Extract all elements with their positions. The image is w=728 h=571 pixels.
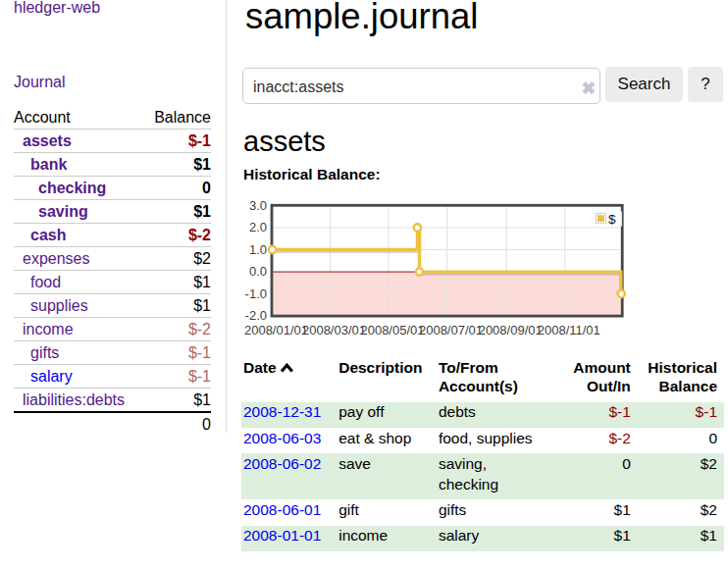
svg-text:2008/09/01: 2008/09/01 [479,323,543,337]
svg-text:-1.0: -1.0 [245,286,267,301]
svg-text:1.0: 1.0 [249,242,267,257]
svg-text:2008/01/01: 2008/01/01 [244,323,308,337]
svg-text:2.0: 2.0 [249,220,267,234]
svg-text:3.0: 3.0 [249,198,267,213]
svg-text:-2.0: -2.0 [245,308,267,323]
svg-text:2008/05/01: 2008/05/01 [360,323,424,337]
svg-text:2008/11/01: 2008/11/01 [538,323,600,337]
svg-text:$: $ [608,212,616,227]
svg-text:2008/07/01: 2008/07/01 [419,323,483,337]
svg-text:2008/03/01: 2008/03/01 [302,323,366,337]
svg-text:0.0: 0.0 [249,264,267,279]
